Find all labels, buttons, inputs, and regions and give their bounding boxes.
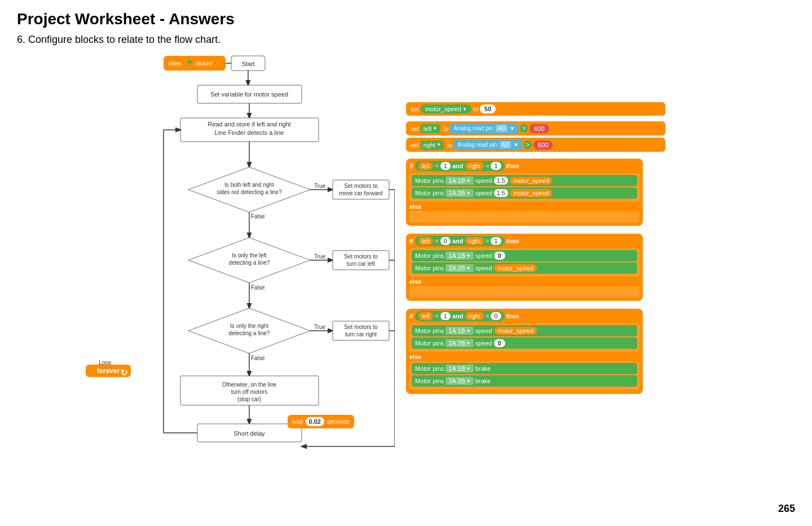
pins-else-3b: 2A 2B ▼ — [445, 377, 473, 385]
if-block-2: if left = 0 and right = 1 then Motor pin… — [406, 234, 643, 301]
right-cond-2: right — [465, 237, 484, 245]
motor-pins-kw4: Motor pins — [415, 265, 444, 271]
motor-row-else-3a: Motor pins 1A 1B ▼ brake — [412, 363, 637, 374]
svg-text:Is only the right: Is only the right — [230, 323, 268, 329]
svg-text:when: when — [167, 60, 182, 67]
svg-text:Start: Start — [241, 60, 254, 67]
left-threshold: 600 — [529, 124, 549, 133]
speed-kw-2b: speed — [475, 265, 492, 271]
sensor-blocks-group: set left to Analog read pin A0 ▼ > 600 s… — [406, 121, 665, 152]
motor-pins-kw6: Motor pins — [415, 340, 444, 347]
forever-arrow-icon: ↻ — [120, 367, 127, 378]
set-kw: set — [411, 125, 419, 132]
then-kw-2: then — [506, 238, 519, 244]
motor-pins-kw5: Motor pins — [415, 327, 444, 334]
svg-text:False: False — [251, 355, 265, 361]
and-3: and — [452, 313, 464, 319]
pins-1b: 2A 2B ▼ — [445, 189, 473, 197]
motor-row-1a: Motor pins 1A 1B ▼ speed 1.5 motor_speed — [412, 175, 637, 186]
svg-text:turn car left: turn car left — [347, 261, 375, 267]
set-kw2: set — [411, 142, 419, 148]
motor-speed-var: motor_speed — [421, 104, 471, 113]
eq-2: = — [435, 238, 438, 244]
right-cond-1: right — [465, 162, 484, 170]
svg-text:Is both left and right: Is both left and right — [224, 182, 274, 188]
left-cond-2: left — [418, 237, 434, 245]
svg-text:clicked: clicked — [195, 60, 213, 67]
page-number: 265 — [778, 503, 795, 515]
set-keyword: set — [411, 106, 419, 112]
svg-text:turn car right: turn car right — [345, 331, 377, 337]
svg-text:Line Finder detects a line: Line Finder detects a line — [215, 129, 284, 136]
condition-3: left = 1 and right = 0 — [415, 311, 505, 321]
motor-row-2a: Motor pins 1A 1B ▼ speed 0 — [412, 250, 637, 261]
svg-text:Read and store if left and rig: Read and store if left and right — [208, 121, 290, 128]
analog-read-right: Analog read pin A2 ▼ — [454, 140, 522, 150]
pins-1a: 1A 1B ▼ — [445, 177, 473, 185]
then-kw-1: then — [506, 163, 519, 169]
pins-else-3a: 1A 1B ▼ — [445, 365, 473, 372]
motor-speed-pill-2b: motor_speed — [494, 264, 537, 272]
blocks-area: set motor_speed to 50 set left to Analog… — [406, 51, 665, 520]
if-header-3: if left = 1 and right = 0 then — [409, 311, 639, 321]
eq-2b: = — [486, 238, 489, 244]
motor-pins-kw: Motor pins — [415, 177, 444, 184]
if-body-3: Motor pins 1A 1B ▼ speed motor_speed Mot… — [409, 323, 639, 352]
svg-text:turn off motors: turn off motors — [231, 389, 267, 395]
right-val-2: 1 — [491, 237, 501, 245]
if-kw-2: if — [409, 238, 413, 244]
svg-text:(stop car): (stop car) — [237, 396, 261, 402]
eq-1b: = — [486, 163, 489, 169]
analog-read-left: Analog read pin A0 ▼ — [450, 124, 518, 133]
right-val-1: 1 — [491, 162, 501, 170]
pins-3b: 2A 2B ▼ — [445, 339, 473, 347]
right-val-3: 0 — [491, 312, 501, 320]
brake-label-3a: brake — [475, 365, 491, 372]
left-cond-1: left — [418, 162, 434, 170]
motor-row-1b: Motor pins 2A 2B ▼ speed 1.5 motor_speed — [412, 187, 637, 199]
to-label: to — [473, 106, 478, 112]
else-body-2 — [409, 286, 639, 297]
motor-speed-value: 50 — [480, 104, 496, 113]
speed-val-2a: 0 — [494, 252, 505, 260]
motor-speed-pill-1b: motor_speed — [510, 189, 553, 197]
svg-text:detecting a line?: detecting a line? — [229, 330, 270, 336]
eq-3b: = — [486, 313, 489, 319]
svg-text:detecting a line?: detecting a line? — [229, 260, 270, 266]
right-threshold: 600 — [533, 141, 553, 150]
left-val-3: 1 — [440, 312, 451, 320]
if-block-3: if left = 1 and right = 0 then Motor pin… — [406, 309, 643, 394]
condition-2: left = 0 and right = 1 — [415, 236, 505, 246]
if-header-2: if left = 0 and right = 1 then — [409, 236, 639, 246]
if-body-2: Motor pins 1A 1B ▼ speed 0 Motor pins 2A… — [409, 248, 639, 277]
to-kw: to — [443, 125, 448, 132]
if-block-1: if left = 1 and right = 1 then Motor pin… — [406, 159, 643, 226]
svg-text:⚑: ⚑ — [186, 58, 193, 67]
speed-val-1b: 1.5 — [494, 189, 508, 197]
set-left-block: set left to Analog read pin A0 ▼ > 600 — [406, 121, 665, 135]
motor-row-3a: Motor pins 1A 1B ▼ speed motor_speed — [412, 325, 637, 336]
else-label-3: else — [409, 353, 639, 360]
pins-2b: 2A 2B ▼ — [445, 264, 473, 272]
speed-kw-3b: speed — [475, 340, 492, 347]
left-val-2: 0 — [440, 237, 451, 245]
wait-keyword: wait — [292, 418, 303, 425]
if-kw-1: if — [409, 163, 413, 169]
svg-text:False: False — [251, 284, 265, 291]
page-title: Project Worksheet - Answers — [0, 0, 812, 32]
condition-1: left = 1 and right = 1 — [415, 161, 505, 171]
else-body-1 — [409, 211, 639, 222]
set-motor-speed-group: set motor_speed to 50 — [406, 102, 665, 116]
svg-text:Set motors to: Set motors to — [344, 253, 378, 260]
left-val-1: 1 — [440, 162, 451, 170]
else-label-2: else — [409, 278, 639, 285]
then-kw-3: then — [506, 313, 519, 319]
gt-symbol-left: > — [520, 124, 528, 133]
motor-pins-kw8: Motor pins — [415, 378, 444, 384]
speed-kw-3a: speed — [475, 327, 492, 334]
motor-row-2b: Motor pins 2A 2B ▼ speed motor_speed — [412, 262, 637, 274]
right-var: right — [421, 141, 444, 150]
eq-1: = — [435, 163, 438, 169]
speed-val-3b: 0 — [494, 339, 505, 347]
wait-value: 0.02 — [306, 417, 324, 426]
